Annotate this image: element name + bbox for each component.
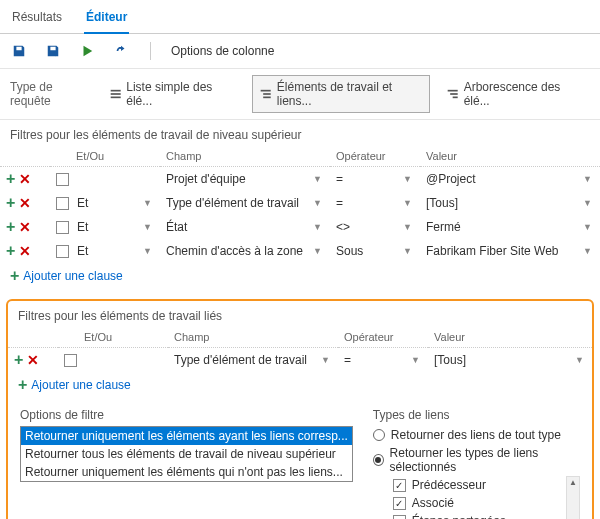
link-type-label: Associé bbox=[412, 496, 454, 510]
top-filters-grid: Et/Ou Champ Opérateur Valeur +✕Projet d'… bbox=[0, 146, 600, 263]
filter-row: +✕Projet d'équipe▼=▼@Project▼ bbox=[0, 167, 600, 192]
run-icon[interactable] bbox=[78, 42, 96, 60]
link-types-selected-label: Retourner les types de liens sélectionné… bbox=[390, 446, 580, 474]
chevron-down-icon: ▼ bbox=[583, 246, 592, 256]
filter-row: +✕Et▼Type d'élément de travail▼=▼[Tous]▼ bbox=[0, 191, 600, 215]
field-dropdown[interactable]: Type d'élément de travail▼ bbox=[166, 196, 324, 210]
chevron-down-icon: ▼ bbox=[403, 198, 412, 208]
tab-editor[interactable]: Éditeur bbox=[84, 6, 129, 34]
operator-dropdown[interactable]: =▼ bbox=[336, 172, 414, 186]
add-clause-top[interactable]: + Ajouter une clause bbox=[0, 263, 600, 295]
svg-rect-7 bbox=[450, 93, 458, 95]
value-value: [Tous] bbox=[434, 353, 466, 367]
scroll-up-icon[interactable]: ▲ bbox=[567, 477, 579, 488]
col-field: Champ bbox=[160, 146, 330, 167]
field-dropdown[interactable]: Type d'élément de travail▼ bbox=[174, 353, 332, 367]
col-value: Valeur bbox=[420, 146, 600, 167]
link-type-item[interactable]: Associé bbox=[373, 494, 560, 512]
svg-rect-5 bbox=[264, 97, 272, 99]
link-types-title: Types de liens bbox=[373, 408, 580, 422]
save-icon[interactable] bbox=[10, 42, 28, 60]
insert-clause-icon[interactable]: + bbox=[6, 242, 15, 260]
column-options-link[interactable]: Options de colonne bbox=[171, 44, 274, 58]
andor-dropdown[interactable]: Et▼ bbox=[77, 220, 154, 234]
filter-options-title: Options de filtre bbox=[20, 408, 353, 422]
plus-icon: + bbox=[10, 267, 19, 285]
chevron-down-icon: ▼ bbox=[313, 198, 322, 208]
link-type-item[interactable]: Prédécesseur bbox=[373, 476, 560, 494]
remove-clause-icon[interactable]: ✕ bbox=[27, 352, 39, 368]
operator-dropdown[interactable]: Sous▼ bbox=[336, 244, 414, 258]
field-dropdown[interactable]: État▼ bbox=[166, 220, 324, 234]
value-dropdown[interactable]: [Tous]▼ bbox=[434, 353, 586, 367]
andor-dropdown[interactable]: Et▼ bbox=[77, 244, 154, 258]
chevron-down-icon: ▼ bbox=[143, 246, 152, 256]
svg-rect-3 bbox=[261, 90, 271, 92]
query-type-tree-label: Arborescence des élé... bbox=[464, 80, 584, 108]
filter-row: +✕Et▼Chemin d'accès à la zone▼Sous▼Fabri… bbox=[0, 239, 600, 263]
tab-results[interactable]: Résultats bbox=[10, 6, 64, 33]
remove-clause-icon[interactable]: ✕ bbox=[19, 195, 31, 211]
operator-value: Sous bbox=[336, 244, 363, 258]
col-operator-l: Opérateur bbox=[338, 327, 428, 348]
andor-value: Et bbox=[77, 220, 88, 234]
insert-clause-icon[interactable]: + bbox=[14, 351, 23, 369]
operator-value: = bbox=[344, 353, 351, 367]
value-dropdown[interactable]: [Tous]▼ bbox=[426, 196, 594, 210]
link-type-item[interactable]: Étapes partagées bbox=[373, 512, 560, 519]
andor-dropdown[interactable]: Et▼ bbox=[77, 196, 154, 210]
remove-clause-icon[interactable]: ✕ bbox=[19, 219, 31, 235]
chevron-down-icon: ▼ bbox=[575, 355, 584, 365]
filter-option-item[interactable]: Retourner uniquement les éléments ayant … bbox=[21, 427, 352, 445]
insert-clause-icon[interactable]: + bbox=[6, 218, 15, 236]
chevron-down-icon: ▼ bbox=[143, 222, 152, 232]
query-type-links-label: Éléments de travail et liens... bbox=[277, 80, 423, 108]
chevron-down-icon: ▼ bbox=[313, 174, 322, 184]
col-operator: Opérateur bbox=[330, 146, 420, 167]
value-dropdown[interactable]: Fermé▼ bbox=[426, 220, 594, 234]
save-as-icon[interactable] bbox=[44, 42, 62, 60]
query-type-links[interactable]: Éléments de travail et liens... bbox=[252, 75, 430, 113]
row-checkbox[interactable] bbox=[56, 245, 69, 258]
operator-dropdown[interactable]: =▼ bbox=[336, 196, 414, 210]
linked-filters-grid: Et/Ou Champ Opérateur Valeur +✕Type d'él… bbox=[8, 327, 592, 372]
field-dropdown[interactable]: Chemin d'accès à la zone▼ bbox=[166, 244, 324, 258]
col-andor: Et/Ou bbox=[50, 146, 160, 167]
chevron-down-icon: ▼ bbox=[313, 222, 322, 232]
row-checkbox[interactable] bbox=[56, 173, 69, 186]
link-types-any[interactable]: Retourner des liens de tout type bbox=[373, 426, 580, 444]
undo-icon[interactable] bbox=[112, 42, 130, 60]
operator-value: = bbox=[336, 196, 343, 210]
remove-clause-icon[interactable]: ✕ bbox=[19, 243, 31, 259]
chevron-down-icon: ▼ bbox=[403, 246, 412, 256]
query-type-tree[interactable]: Arborescence des élé... bbox=[440, 76, 590, 112]
add-clause-linked[interactable]: + Ajouter une clause bbox=[8, 372, 592, 404]
row-checkbox[interactable] bbox=[56, 197, 69, 210]
field-value: Type d'élément de travail bbox=[166, 196, 299, 210]
operator-dropdown[interactable]: =▼ bbox=[344, 353, 422, 367]
col-value-l: Valeur bbox=[428, 327, 592, 348]
add-clause-linked-label: Ajouter une clause bbox=[31, 378, 130, 392]
value-dropdown[interactable]: Fabrikam Fiber Site Web▼ bbox=[426, 244, 594, 258]
insert-clause-icon[interactable]: + bbox=[6, 170, 15, 188]
filter-option-item[interactable]: Retourner uniquement les éléments qui n'… bbox=[21, 463, 352, 481]
operator-value: <> bbox=[336, 220, 350, 234]
row-checkbox[interactable] bbox=[64, 354, 77, 367]
value-dropdown[interactable]: @Project▼ bbox=[426, 172, 594, 186]
filter-options-listbox[interactable]: Retourner uniquement les éléments ayant … bbox=[20, 426, 353, 482]
row-checkbox[interactable] bbox=[56, 221, 69, 234]
query-type-flat[interactable]: Liste simple des élé... bbox=[103, 76, 243, 112]
link-types-selected[interactable]: Retourner les types de liens sélectionné… bbox=[373, 444, 580, 476]
operator-dropdown[interactable]: <>▼ bbox=[336, 220, 414, 234]
scrollbar[interactable]: ▲ ▼ bbox=[566, 476, 580, 519]
insert-clause-icon[interactable]: + bbox=[6, 194, 15, 212]
col-field-l: Champ bbox=[168, 327, 338, 348]
remove-clause-icon[interactable]: ✕ bbox=[19, 171, 31, 187]
filter-option-item[interactable]: Retourner tous les éléments de travail d… bbox=[21, 445, 352, 463]
chevron-down-icon: ▼ bbox=[411, 355, 420, 365]
field-dropdown[interactable]: Projet d'équipe▼ bbox=[166, 172, 324, 186]
field-value: État bbox=[166, 220, 187, 234]
filter-row: +✕Type d'élément de travail▼=▼[Tous]▼ bbox=[8, 348, 592, 373]
andor-value: Et bbox=[77, 244, 88, 258]
col-andor-l: Et/Ou bbox=[58, 327, 168, 348]
